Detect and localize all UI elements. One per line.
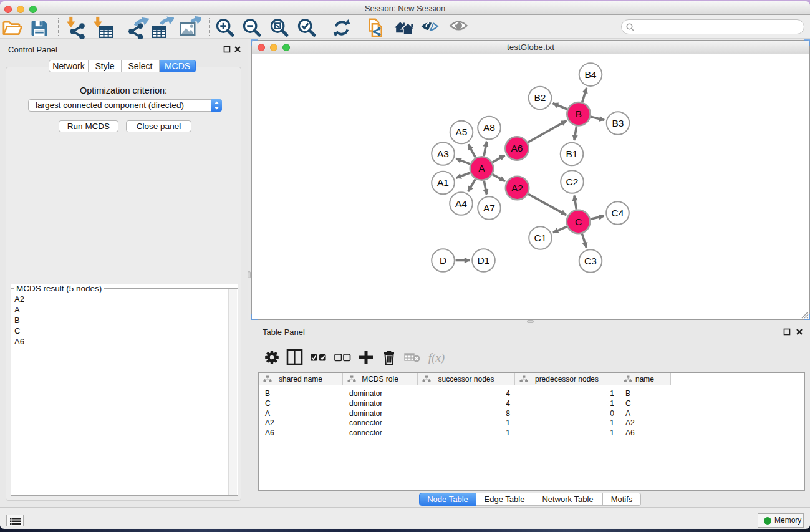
svg-text:A7: A7 <box>483 203 495 213</box>
svg-text:B3: B3 <box>612 118 624 128</box>
svg-text:D: D <box>440 255 446 266</box>
svg-text:C1: C1 <box>534 233 547 243</box>
svg-text:A8: A8 <box>483 122 495 133</box>
svg-text:A2: A2 <box>511 183 523 193</box>
svg-text:B2: B2 <box>534 92 546 103</box>
svg-text:f(x): f(x) <box>428 351 445 365</box>
svg-text:C3: C3 <box>584 256 597 266</box>
svg-text:A6: A6 <box>511 143 523 153</box>
svg-text:A1: A1 <box>437 177 449 188</box>
svg-text:C: C <box>575 216 582 227</box>
svg-text:A: A <box>478 163 485 173</box>
svg-text:B1: B1 <box>566 148 578 159</box>
svg-text:A3: A3 <box>437 148 449 159</box>
svg-text:D1: D1 <box>478 255 490 266</box>
svg-text:C2: C2 <box>566 177 579 187</box>
svg-text:A5: A5 <box>456 127 468 137</box>
svg-text:B: B <box>576 109 582 119</box>
svg-text:A4: A4 <box>455 198 467 209</box>
svg-text:C4: C4 <box>612 208 624 218</box>
svg-text:B4: B4 <box>585 69 597 80</box>
